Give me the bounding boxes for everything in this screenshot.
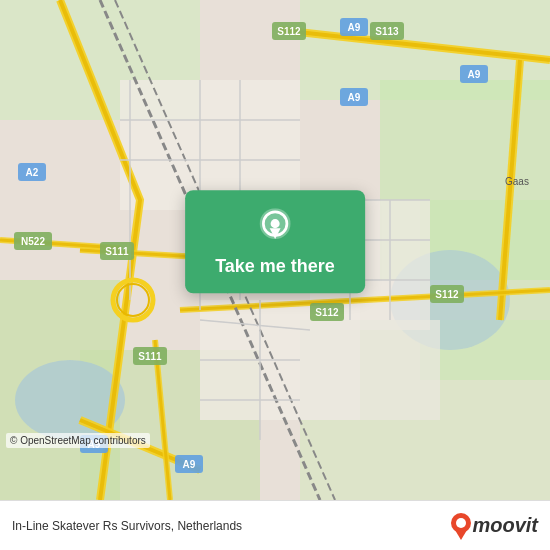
svg-text:S112: S112 — [277, 26, 301, 37]
svg-text:A9: A9 — [348, 22, 361, 33]
location-pin-icon — [256, 208, 294, 246]
svg-marker-62 — [455, 530, 467, 540]
map-container: A2 A9 A9 A9 A9 A9 S112 S113 S112 S112 S1… — [0, 0, 550, 500]
svg-text:Gaas: Gaas — [505, 176, 529, 187]
svg-point-63 — [456, 518, 466, 528]
svg-text:S111: S111 — [138, 351, 162, 362]
moovit-brand-text: moovit — [472, 514, 538, 537]
svg-point-59 — [270, 219, 279, 228]
location-label: In-Line Skatever Rs Survivors, Netherlan… — [12, 519, 442, 533]
svg-text:A9: A9 — [348, 92, 361, 103]
take-me-there-label: Take me there — [215, 256, 335, 277]
moovit-logo: moovit — [450, 512, 538, 540]
svg-text:A9: A9 — [183, 459, 196, 470]
svg-text:S112: S112 — [315, 307, 339, 318]
svg-text:A2: A2 — [26, 167, 39, 178]
footer-bar: In-Line Skatever Rs Survivors, Netherlan… — [0, 500, 550, 550]
svg-text:A9: A9 — [468, 69, 481, 80]
svg-text:S112: S112 — [435, 289, 459, 300]
copyright-text: © OpenStreetMap contributors — [6, 433, 150, 448]
take-me-there-popup[interactable]: Take me there — [185, 190, 365, 293]
svg-rect-13 — [300, 320, 440, 420]
svg-text:S113: S113 — [375, 26, 399, 37]
svg-text:N522: N522 — [21, 236, 45, 247]
moovit-pin-icon — [450, 512, 472, 540]
svg-text:S111: S111 — [105, 246, 129, 257]
